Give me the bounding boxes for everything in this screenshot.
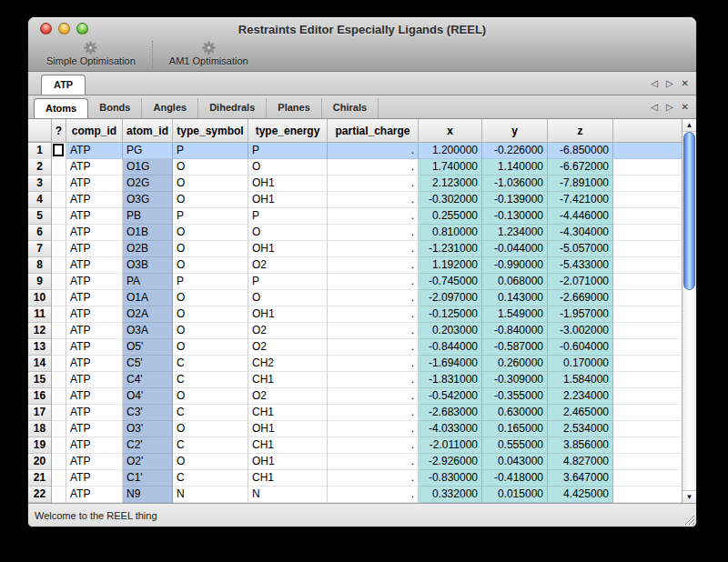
checkbox-cell[interactable]	[52, 470, 66, 487]
z-cell[interactable]: 3.647000	[548, 470, 613, 487]
tab-scroll-right-icon[interactable]: ▷	[666, 79, 673, 88]
checkbox-cell[interactable]	[52, 339, 66, 356]
partial-charge-cell[interactable]: .	[328, 176, 419, 192]
row-number-cell[interactable]: 15	[28, 372, 52, 388]
table-row[interactable]: 4ATPO3GOOH1.-0.302000-0.139000-7.421000	[28, 192, 682, 208]
row-number-cell[interactable]: 10	[28, 290, 52, 306]
atom-id-cell[interactable]: O5'	[123, 339, 173, 356]
row-number-cell[interactable]: 6	[28, 225, 52, 241]
x-cell[interactable]: 0.332000	[419, 487, 482, 503]
atom-id-cell[interactable]: O4'	[123, 388, 173, 405]
comp-id-cell[interactable]: ATP	[66, 470, 123, 487]
checkbox-cell[interactable]	[52, 274, 66, 290]
type-energy-cell[interactable]: OH1	[248, 306, 328, 323]
vertical-scrollbar[interactable]: ▲ ▼	[682, 119, 696, 503]
comp-id-cell[interactable]: ATP	[66, 388, 123, 405]
comp-id-cell[interactable]: ATP	[66, 421, 123, 437]
row-number-cell[interactable]: 21	[28, 470, 52, 487]
checkbox-cell[interactable]	[52, 487, 66, 503]
type-symbol-cell[interactable]: O	[173, 323, 248, 339]
y-cell[interactable]: -0.309000	[482, 372, 548, 388]
y-cell[interactable]: 0.630000	[482, 405, 548, 421]
x-cell[interactable]: -0.125000	[419, 306, 482, 323]
y-cell[interactable]: -0.587000	[482, 339, 548, 356]
partial-charge-cell[interactable]: .	[328, 306, 419, 323]
simple-optimisation-button[interactable]: Simple Optimisation	[37, 41, 145, 70]
partial-charge-cell[interactable]: .	[328, 470, 419, 487]
header-atom-id[interactable]: atom_id	[123, 119, 173, 142]
y-cell[interactable]: -0.044000	[482, 241, 548, 257]
comp-id-cell[interactable]: ATP	[66, 241, 123, 257]
type-symbol-cell[interactable]: O	[173, 454, 248, 470]
comp-id-cell[interactable]: ATP	[66, 208, 123, 225]
z-cell[interactable]: -2.669000	[548, 290, 613, 306]
x-cell[interactable]: -1.694000	[419, 356, 482, 372]
checkbox-cell[interactable]	[52, 405, 66, 421]
x-cell[interactable]: -4.033000	[419, 421, 482, 437]
type-symbol-cell[interactable]: O	[173, 257, 248, 274]
tab-atp[interactable]: ATP	[41, 75, 86, 95]
scrollbar-track[interactable]	[682, 132, 696, 490]
y-cell[interactable]: 0.555000	[482, 437, 548, 454]
type-symbol-cell[interactable]: P	[173, 274, 248, 290]
z-cell[interactable]: 0.170000	[548, 356, 613, 372]
type-energy-cell[interactable]: N	[248, 487, 328, 503]
row-number-cell[interactable]: 7	[28, 241, 52, 257]
type-energy-cell[interactable]: OH1	[248, 241, 328, 257]
row-number-cell[interactable]: 13	[28, 339, 52, 356]
x-cell[interactable]: -1.231000	[419, 241, 482, 257]
z-cell[interactable]: 3.856000	[548, 437, 613, 454]
row-number-cell[interactable]: 16	[28, 388, 52, 405]
atom-id-cell[interactable]: O3A	[123, 323, 173, 339]
atom-id-cell[interactable]: O1B	[123, 225, 173, 241]
z-cell[interactable]: -7.421000	[548, 192, 613, 208]
type-energy-cell[interactable]: CH1	[248, 372, 328, 388]
type-energy-cell[interactable]: P	[248, 208, 328, 225]
header-partial-charge[interactable]: partial_charge	[328, 119, 419, 142]
partial-charge-cell[interactable]: .	[328, 225, 419, 241]
atom-id-cell[interactable]: PA	[123, 274, 173, 290]
row-number-cell[interactable]: 3	[28, 176, 52, 192]
resize-grip[interactable]	[682, 513, 695, 526]
tab-atoms[interactable]: Atoms	[34, 98, 88, 118]
type-energy-cell[interactable]: O	[248, 225, 328, 241]
comp-id-cell[interactable]: ATP	[66, 339, 123, 356]
row-number-cell[interactable]: 22	[28, 487, 52, 503]
type-symbol-cell[interactable]: O	[173, 339, 248, 356]
partial-charge-cell[interactable]: .	[328, 487, 419, 503]
table-row[interactable]: 2ATPO1GOO.1.7400001.140000-6.672000	[28, 159, 682, 176]
row-number-cell[interactable]: 14	[28, 356, 52, 372]
checkbox-cell[interactable]	[52, 454, 66, 470]
x-cell[interactable]: 1.192000	[419, 257, 482, 274]
tab-bonds[interactable]: Bonds	[88, 98, 142, 118]
z-cell[interactable]: 4.827000	[548, 454, 613, 470]
table-row[interactable]: 10ATPO1AOO.-2.0970000.143000-2.669000	[28, 290, 682, 306]
y-cell[interactable]: -0.355000	[482, 388, 548, 405]
tab-scroll-right-icon[interactable]: ▷	[666, 103, 673, 112]
partial-charge-cell[interactable]: .	[328, 241, 419, 257]
checkbox-cell[interactable]	[52, 323, 66, 339]
table-row[interactable]: 14ATPC5'CCH2.-1.6940000.2600000.170000	[28, 356, 682, 372]
y-cell[interactable]: -0.990000	[482, 257, 548, 274]
table-row[interactable]: 15ATPC4'CCH1.-1.831000-0.3090001.584000	[28, 372, 682, 388]
z-cell[interactable]: -5.057000	[548, 241, 613, 257]
y-cell[interactable]: 0.015000	[482, 487, 548, 503]
atom-id-cell[interactable]: O1G	[123, 159, 173, 176]
table-row[interactable]: 22ATPN9NN.0.3320000.0150004.425000	[28, 487, 682, 503]
y-cell[interactable]: -0.226000	[482, 143, 548, 159]
type-symbol-cell[interactable]: O	[173, 192, 248, 208]
checkbox-cell[interactable]	[52, 372, 66, 388]
type-energy-cell[interactable]: OH1	[248, 192, 328, 208]
y-cell[interactable]: 0.143000	[482, 290, 548, 306]
type-energy-cell[interactable]: CH1	[248, 437, 328, 454]
comp-id-cell[interactable]: ATP	[66, 257, 123, 274]
y-cell[interactable]: -0.418000	[482, 470, 548, 487]
row-number-cell[interactable]: 2	[28, 159, 52, 176]
comp-id-cell[interactable]: ATP	[66, 159, 123, 176]
x-cell[interactable]: 2.123000	[419, 176, 482, 192]
table-row[interactable]: 1ATPPGPP.1.200000-0.226000-6.850000	[28, 143, 682, 159]
partial-charge-cell[interactable]: .	[328, 257, 419, 274]
comp-id-cell[interactable]: ATP	[66, 274, 123, 290]
comp-id-cell[interactable]: ATP	[66, 143, 123, 159]
atom-id-cell[interactable]: C5'	[123, 356, 173, 372]
